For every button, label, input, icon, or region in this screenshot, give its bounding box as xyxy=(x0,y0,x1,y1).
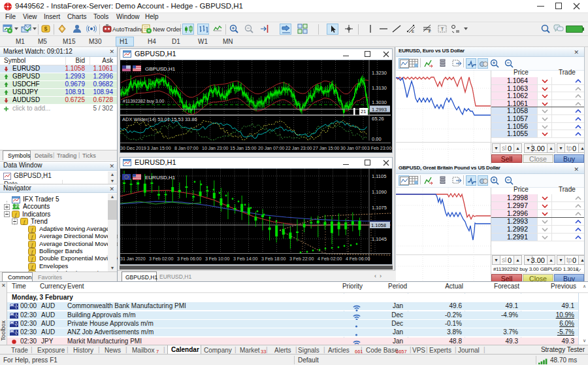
svg-text:1.1075: 1.1075 xyxy=(372,205,387,211)
svg-text:30 Dec 2019: 30 Dec 2019 xyxy=(120,146,146,150)
svg-text:ADX Wilder(14) 53.01 15.53 33.: ADX Wilder(14) 53.01 15.53 33.86 xyxy=(122,116,197,122)
svg-text:21: 21 xyxy=(361,109,366,114)
svg-text:3 Feb 22:00: 3 Feb 22:00 xyxy=(289,256,314,261)
svg-text:3 Feb 14:00: 3 Feb 14:00 xyxy=(233,256,257,261)
svg-text:$: $ xyxy=(44,26,47,32)
svg-text:3 Jan 15:00: 3 Jan 15:00 xyxy=(147,146,171,150)
svg-text:22 Jan 23:00: 22 Jan 23:00 xyxy=(286,146,312,150)
svg-text:4 Feb 06:00: 4 Feb 06:00 xyxy=(346,256,370,261)
svg-text:27 Jan 15:00: 27 Jan 15:00 xyxy=(313,146,340,150)
svg-text:4 Feb 02:00: 4 Feb 02:00 xyxy=(318,256,342,261)
svg-text:1.3130: 1.3130 xyxy=(372,85,387,91)
svg-text:30 Jan 07:00: 30 Jan 07:00 xyxy=(340,146,367,150)
svg-text:3 Feb 10:00: 3 Feb 10:00 xyxy=(205,256,229,261)
svg-text:1.1045: 1.1045 xyxy=(372,236,387,242)
svg-text:3 Feb 06:00: 3 Feb 06:00 xyxy=(177,256,201,261)
svg-text:1.3230: 1.3230 xyxy=(372,70,387,76)
svg-text:T: T xyxy=(441,26,444,32)
svg-text:3 Feb 18:00: 3 Feb 18:00 xyxy=(261,256,286,261)
svg-text:3 Feb 23:00: 3 Feb 23:00 xyxy=(367,146,391,150)
svg-text:1.1105: 1.1105 xyxy=(372,173,386,179)
svg-text:20 Jan 07:00: 20 Jan 07:00 xyxy=(258,146,285,150)
svg-text:1.1090: 1.1090 xyxy=(372,189,387,195)
svg-text:1.2993: 1.2993 xyxy=(372,107,387,113)
svg-text:1.3030: 1.3030 xyxy=(372,99,387,105)
svg-text:15 Jan 15:00: 15 Jan 15:00 xyxy=(230,146,257,150)
svg-text:3 Feb 02:00: 3 Feb 02:00 xyxy=(149,256,173,261)
svg-text:65.26: 65.26 xyxy=(372,116,384,122)
svg-text:10 Jan 23:00: 10 Jan 23:00 xyxy=(202,146,229,150)
svg-text:0.00: 0.00 xyxy=(372,136,382,142)
svg-text:31 Jan 2020: 31 Jan 2020 xyxy=(120,256,146,261)
svg-text:E: E xyxy=(412,29,414,33)
svg-text:#11392382 buy 3.00: #11392382 buy 3.00 xyxy=(123,99,164,104)
svg-text:8 Jan 07:00: 8 Jan 07:00 xyxy=(174,146,199,150)
svg-text:1.1058: 1.1058 xyxy=(371,222,386,228)
svg-text:F: F xyxy=(429,29,431,33)
